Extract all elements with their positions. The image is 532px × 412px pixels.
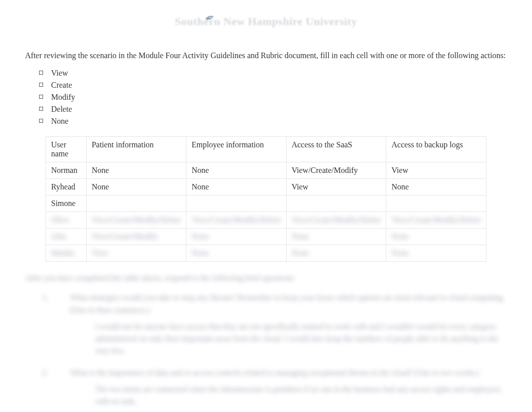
table-cell — [386, 195, 486, 212]
org-name: Southern New Hampshire University — [175, 15, 357, 28]
answer-text: The two items are connected when the inf… — [95, 383, 507, 407]
table-row: RyheadNoneNoneViewNone — [46, 179, 486, 195]
table-cell: None — [386, 245, 486, 262]
table-row: JohnView/Create/ModifyNoneNoneNone — [46, 229, 486, 245]
table-cell: Olive — [46, 212, 87, 229]
question-item: What strategies would you take to stop a… — [50, 292, 507, 357]
action-item: Modify — [39, 91, 507, 103]
table-row: OliveView/Create/Modify/DeleteView/Creat… — [46, 212, 486, 229]
table-header-row: User name Patient information Employee i… — [46, 137, 486, 162]
col-employee-info: Employee information — [186, 137, 287, 162]
table-cell: View/Create/Modify/Delete — [186, 212, 287, 229]
question-text: What is the importance of data and or ac… — [70, 368, 479, 377]
table-cell: None — [186, 179, 287, 195]
intro-text: After reviewing the scenario in the Modu… — [25, 50, 507, 61]
permissions-table: User name Patient information Employee i… — [46, 136, 486, 262]
header-logo: ✒ Southern New Hampshire University — [25, 15, 507, 40]
table-cell: None — [286, 229, 386, 245]
question-item: What is the importance of data and or ac… — [50, 367, 507, 407]
col-backup-logs: Access to backup logs — [386, 137, 486, 162]
question-text: What strategies would you take to stop a… — [70, 293, 504, 314]
followup-intro: After you have completed this table abov… — [25, 274, 507, 283]
questions-list: What strategies would you take to stop a… — [25, 292, 507, 407]
col-user-name: User name — [46, 137, 87, 162]
table-cell — [86, 195, 186, 212]
answer-text: I would not let anyone have access that … — [95, 321, 507, 357]
action-item: View — [39, 67, 507, 79]
table-row: MarthaViewNoneNoneNone — [46, 245, 486, 262]
table-cell: Norman — [46, 162, 87, 179]
table-cell: View/Create/Modify/Delete — [86, 212, 186, 229]
col-saas-access: Access to the SaaS — [286, 137, 386, 162]
table-cell: Simone — [46, 195, 87, 212]
action-item: None — [39, 115, 507, 127]
table-cell: View — [286, 179, 386, 195]
table-cell: View/Create/Modify/Delete — [386, 212, 486, 229]
table-cell: View — [386, 162, 486, 179]
table-cell: None — [386, 229, 486, 245]
table-row: Simone — [46, 195, 486, 212]
actions-list: View Create Modify Delete None — [39, 67, 507, 127]
table-cell: None — [186, 162, 287, 179]
table-cell: View — [86, 245, 186, 262]
table-cell: View/Create/Modify — [286, 162, 386, 179]
table-cell: Ryhead — [46, 179, 87, 195]
table-cell: None — [86, 179, 186, 195]
table-cell: None — [86, 162, 186, 179]
table-cell: View/Create/Modify — [86, 229, 186, 245]
table-cell: None — [286, 245, 386, 262]
table-cell: John — [46, 229, 87, 245]
table-cell: None — [186, 229, 287, 245]
action-item: Delete — [39, 103, 507, 115]
table-row: NormanNoneNoneView/Create/ModifyView — [46, 162, 486, 179]
table-cell: None — [386, 179, 486, 195]
col-patient-info: Patient information — [86, 137, 186, 162]
action-item: Create — [39, 79, 507, 91]
table-cell: None — [186, 245, 287, 262]
table-cell — [186, 195, 287, 212]
table-cell: Martha — [46, 245, 87, 262]
table-cell — [286, 195, 386, 212]
table-cell: View/Create/Modify/Delete — [286, 212, 386, 229]
